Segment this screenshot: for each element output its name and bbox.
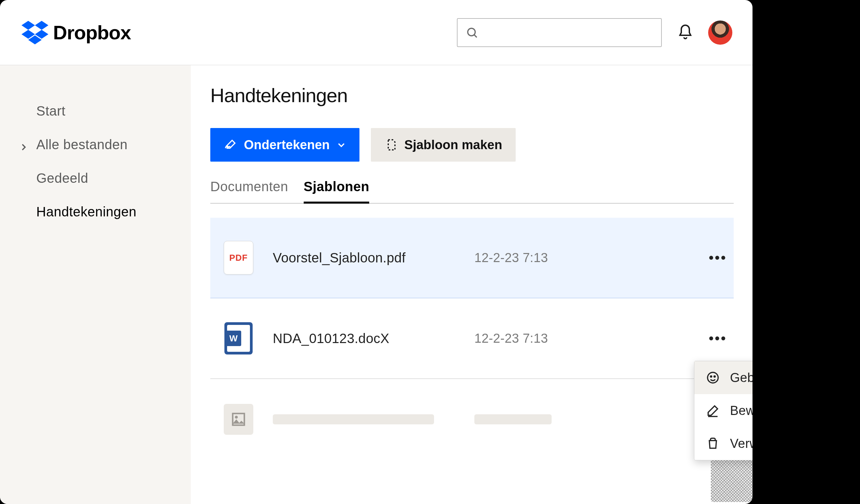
edit-icon xyxy=(706,404,720,418)
sign-button[interactable]: Ondertekenen xyxy=(210,128,359,162)
file-row[interactable]: ••• xyxy=(210,379,734,460)
bell-icon xyxy=(677,24,693,40)
button-label: Sjabloon maken xyxy=(404,138,502,152)
file-date: 12-2-23 7:13 xyxy=(474,251,602,265)
search-icon xyxy=(465,26,478,39)
file-name: NDA_010123.docX xyxy=(273,331,474,346)
tabs: Documenten Sjablonen xyxy=(210,179,734,204)
sidebar-item-label: Start xyxy=(36,103,66,119)
body: Start Alle bestanden Gedeeld Handtekenin… xyxy=(0,65,752,504)
placeholder xyxy=(474,414,551,424)
sidebar-item-all-files[interactable]: Alle bestanden xyxy=(0,128,191,161)
button-label: Ondertekenen xyxy=(244,138,330,152)
sidebar: Start Alle bestanden Gedeeld Handtekenin… xyxy=(0,65,191,504)
file-type-icon xyxy=(224,403,253,436)
sidebar-item-label: Gedeeld xyxy=(36,171,88,186)
file-type-icon: PDF xyxy=(224,241,253,274)
notifications-button[interactable] xyxy=(677,24,693,41)
image-icon xyxy=(224,404,253,435)
row-actions-button[interactable]: ••• xyxy=(707,331,727,346)
template-file-icon xyxy=(384,138,398,152)
tab-templates[interactable]: Sjablonen xyxy=(304,179,370,204)
search-input[interactable] xyxy=(457,18,662,47)
tab-label: Documenten xyxy=(210,179,288,194)
file-name: Voorstel_Sjabloon.pdf xyxy=(273,250,474,265)
context-menu: Gebruiken Bewerken Verwijderen xyxy=(694,361,752,460)
menu-item-label: Verwijderen xyxy=(730,436,752,451)
pdf-icon: PDF xyxy=(224,241,253,274)
sidebar-item-label: Alle bestanden xyxy=(36,137,128,152)
svg-line-1 xyxy=(474,34,477,37)
signature-icon xyxy=(224,138,237,152)
menu-item-label: Gebruiken xyxy=(730,371,752,385)
header: Dropbox xyxy=(0,0,752,65)
svg-point-3 xyxy=(707,372,718,383)
dropbox-icon xyxy=(22,19,48,46)
chevron-down-icon xyxy=(336,140,346,149)
word-icon: W xyxy=(225,322,253,355)
svg-point-4 xyxy=(711,376,712,377)
menu-item-use[interactable]: Gebruiken xyxy=(694,361,752,394)
page-title: Handtekeningen xyxy=(210,84,734,106)
svg-point-0 xyxy=(468,28,475,35)
menu-item-delete[interactable]: Verwijderen xyxy=(694,427,752,460)
brand-logo[interactable]: Dropbox xyxy=(22,19,131,46)
main: Handtekeningen Ondertekenen Sjabloon mak xyxy=(191,65,752,504)
chevron-right-icon xyxy=(19,140,28,149)
menu-item-label: Bewerken xyxy=(730,404,752,418)
file-type-icon: W xyxy=(224,321,253,355)
file-date: 12-2-23 7:13 xyxy=(474,331,602,346)
trash-icon xyxy=(706,436,720,450)
app-window: Dropbox Start Alle bestanden xyxy=(0,0,752,504)
placeholder xyxy=(273,414,434,424)
svg-point-5 xyxy=(714,376,716,377)
svg-point-2 xyxy=(235,416,238,419)
avatar[interactable] xyxy=(708,20,732,45)
brand-wordmark: Dropbox xyxy=(53,21,131,44)
create-template-button[interactable]: Sjabloon maken xyxy=(371,128,516,162)
tab-label: Sjablonen xyxy=(304,179,370,194)
row-actions-button[interactable]: ••• xyxy=(707,250,727,265)
file-row[interactable]: PDF Voorstel_Sjabloon.pdf 12-2-23 7:13 •… xyxy=(210,218,734,298)
action-row: Ondertekenen Sjabloon maken xyxy=(210,128,734,162)
sidebar-item-signatures[interactable]: Handtekeningen xyxy=(0,195,191,229)
smile-icon xyxy=(706,371,720,385)
file-list: PDF Voorstel_Sjabloon.pdf 12-2-23 7:13 •… xyxy=(210,218,734,460)
sidebar-item-shared[interactable]: Gedeeld xyxy=(0,161,191,195)
menu-item-edit[interactable]: Bewerken xyxy=(694,394,752,427)
tab-documents[interactable]: Documenten xyxy=(210,179,288,203)
sidebar-item-start[interactable]: Start xyxy=(0,94,191,128)
file-row[interactable]: W NDA_010123.docX 12-2-23 7:13 ••• xyxy=(210,298,734,379)
sidebar-item-label: Handtekeningen xyxy=(36,204,137,219)
